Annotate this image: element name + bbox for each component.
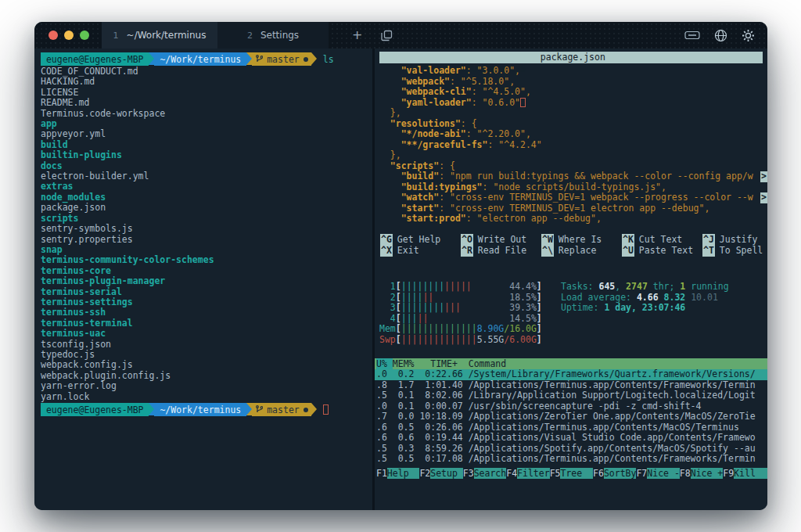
process-row[interactable]: .5 0.1 8:02.06 /Library/Application Supp… (375, 390, 767, 401)
file-item: yarn-error.log (41, 381, 372, 391)
fkey-button[interactable]: F9Kill (723, 468, 767, 479)
file-item: CODE_OF_CONDUCT.md (41, 66, 372, 77)
file-list: CODE_OF_CONDUCT.mdHACKING.mdLICENSEREADM… (41, 66, 372, 402)
tab-title: ~/Work/terminus (127, 30, 207, 41)
process-row[interactable]: .5 0.5 0:17.08 /Applications/Terminus.ap… (375, 454, 767, 465)
powerline-arrow-icon (311, 403, 317, 415)
process-table-header[interactable]: U% MEM% TIME+ Command (375, 358, 767, 369)
nano-line: }, (375, 108, 767, 119)
minimize-window-button[interactable] (64, 31, 74, 40)
globe-icon[interactable] (714, 29, 727, 42)
nano-filename: package.json (541, 52, 605, 63)
prompt-user: eugene@Eugenes-MBP (41, 403, 149, 416)
prompt-path: ~/Work/terminus (154, 403, 246, 416)
fkey-button[interactable]: F3Search (463, 468, 506, 479)
tab-number: 2 (247, 31, 253, 41)
terminal-cursor (323, 404, 329, 415)
nano-shortcut[interactable]: ^RRead File (461, 245, 541, 257)
process-row[interactable]: .7 0.0 10:18.09 /Applications/ZeroTier O… (375, 412, 767, 422)
dirty-dot-icon (304, 57, 308, 62)
duplicate-tab-icon[interactable] (381, 30, 393, 41)
file-item: terminus-plugin-manager (41, 276, 372, 286)
prompt-user: eugene@Eugenes-MBP (41, 52, 149, 66)
stats-line: Tasks: 645, 2747 thr; 1 running (561, 282, 729, 293)
nano-shortcut[interactable]: ^JJustify (702, 234, 767, 246)
file-item: extras (41, 182, 372, 192)
nano-line: "webpack": "^5.18.0", (375, 77, 767, 88)
nano-shortcut[interactable]: ^\Replace (541, 245, 622, 257)
file-item: terminus-settings (41, 297, 372, 307)
nano-line: "yaml-loader": "0.6.0" (375, 98, 767, 109)
tab-title: Settings (260, 30, 299, 41)
process-row[interactable]: .0 0.1 0:00.07 /usr/sbin/screencapture -… (375, 401, 767, 412)
right-pane[interactable]: GNU nano 4.5 package.json "val-loader": … (375, 49, 767, 510)
line-overflow-marker: > (760, 171, 767, 182)
file-item: webpack.config.js (41, 360, 372, 370)
new-tab-button[interactable]: + (352, 29, 362, 41)
nano-shortcut[interactable]: ^TTo Spell (702, 245, 767, 257)
gear-icon[interactable] (742, 29, 755, 42)
git-branch-icon (256, 55, 263, 63)
fkey-button[interactable]: F4Filter (506, 468, 549, 479)
nano-line: "build:typings": "node scripts/build-typ… (375, 182, 767, 193)
shell-prompt-2: eugene@Eugenes-MBP ~/Work/terminus maste… (41, 403, 372, 416)
nano-body: "val-loader": "3.0.0","webpack": "^5.18.… (375, 66, 767, 225)
sort-column-header: U% (376, 358, 393, 369)
nano-line: "start": "cross-env TERMINUS_DEV=1 elect… (375, 203, 767, 214)
fkey-bar: F1Help F2Setup F3SearchF4FilterF5Tree F6… (375, 468, 767, 479)
file-item: README.md (41, 98, 372, 108)
file-item: builtin-plugins (41, 150, 372, 160)
file-item: typedoc.js (41, 350, 372, 360)
process-row[interactable]: .6 0.5 0:26.06 /Applications/Terminus.ap… (375, 422, 767, 433)
file-item: package.json (41, 203, 372, 213)
zoom-window-button[interactable] (80, 31, 89, 40)
close-window-button[interactable] (48, 31, 58, 40)
process-row[interactable]: .5 0.3 8:59.26 /Applications/Spotify.app… (375, 444, 767, 455)
fkey-button[interactable]: F6SortBy (593, 468, 636, 479)
nano-shortcut[interactable]: ^KCut Text (622, 234, 702, 246)
file-item: terminus-core (41, 266, 372, 276)
nano-shortcut[interactable]: ^GGet Help (380, 234, 461, 246)
file-item: terminus-community-color-schemes (41, 255, 372, 265)
file-item: Terminus.code-workspace (41, 109, 372, 119)
nano-shortcuts: ^GGet Help^OWrite Out^WWhere Is^KCut Tex… (375, 234, 767, 257)
tab-work-terminus[interactable]: 1 ~/Work/terminus (102, 22, 217, 49)
file-item: terminus-terminal (41, 318, 372, 329)
powerline-arrow-icon (149, 403, 154, 415)
nano-line: "**/graceful-fs": "^4.2.4" (375, 140, 767, 151)
traffic-lights (34, 22, 102, 49)
file-item: scripts (41, 214, 372, 224)
nano-shortcut[interactable]: ^OWrite Out (461, 234, 541, 246)
nano-shortcut[interactable]: ^WWhere Is (541, 234, 622, 246)
shell-pane[interactable]: eugene@Eugenes-MBP ~/Work/terminus maste… (34, 49, 372, 510)
prompt-branch: master (252, 403, 311, 416)
shell-prompt: eugene@Eugenes-MBP ~/Work/terminus maste… (41, 52, 372, 66)
fkey-button[interactable]: F1Help (376, 468, 419, 479)
screenshot-stage: 1 ~/Work/terminus 2 Settings + (0, 0, 801, 532)
process-row[interactable]: .0 0.2 0:22.66 /System/Library/Framework… (375, 369, 767, 380)
process-rows: .0 0.2 0:22.66 /System/Library/Framework… (375, 369, 767, 465)
htop-pane[interactable]: 1[||||||||||||| 44.4%] 2[|||||| 18.5%] 3… (375, 282, 767, 510)
file-item: app (41, 119, 372, 129)
nano-shortcut[interactable]: ^UPaste Text (622, 245, 702, 257)
nano-line: "watch": "cross-env TERMINUS_DEV=1 webpa… (375, 192, 767, 203)
fkey-button[interactable]: F5Tree (550, 468, 593, 479)
keyboard-icon[interactable] (684, 31, 700, 40)
meter-row: 4[||||| 14.5%] (379, 314, 767, 325)
file-item: LICENSE (41, 88, 372, 98)
nano-shortcut[interactable]: ^XExit (380, 245, 461, 257)
file-item: yarn.lock (41, 392, 372, 402)
file-item: webpack.plugin.config.js (41, 371, 372, 381)
fkey-button[interactable]: F8Nice + (680, 468, 723, 479)
tab-settings[interactable]: 2 Settings (217, 22, 329, 49)
file-item: appveyor.yml (41, 129, 372, 139)
process-row[interactable]: .8 1.7 1:01.40 /Applications/Terminus.ap… (375, 380, 767, 391)
fkey-button[interactable]: F2Setup (419, 468, 462, 479)
nano-line: "build": "npm run build:typings && webpa… (375, 171, 767, 182)
fkey-button[interactable]: F7Nice - (636, 468, 679, 479)
powerline-arrow-icon (246, 403, 252, 415)
nano-pane[interactable]: GNU nano 4.5 package.json "val-loader": … (375, 52, 767, 257)
process-row[interactable]: .6 0.6 0:19.44 /Applications/Visual Stud… (375, 433, 767, 444)
htop-stats: Tasks: 645, 2747 thr; 1 runningLoad aver… (561, 282, 729, 314)
meter-row: Swp[||||||||||||||5.55G/6.00G] (379, 335, 767, 346)
